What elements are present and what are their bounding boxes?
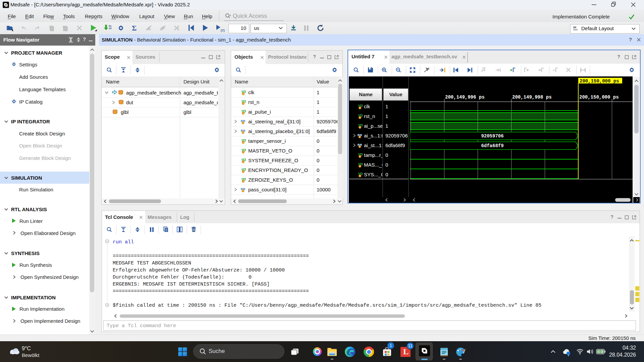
svg-text:Σ: Σ [132, 24, 137, 32]
svg-text:6dfa68f9: 6dfa68f9 [481, 143, 503, 148]
svg-text:200,149,996 ps: 200,149,996 ps [445, 95, 485, 100]
svg-text:200,150,000 ps: 200,150,000 ps [580, 78, 619, 84]
svg-text:92059706: 92059706 [481, 133, 503, 139]
svg-text:(T): (T) [221, 29, 225, 32]
svg-text:200,149,998 ps: 200,149,998 ps [512, 95, 552, 100]
svg-text:200,150,000 ps: 200,150,000 ps [579, 95, 619, 100]
svg-text:10: 10 [109, 27, 111, 30]
